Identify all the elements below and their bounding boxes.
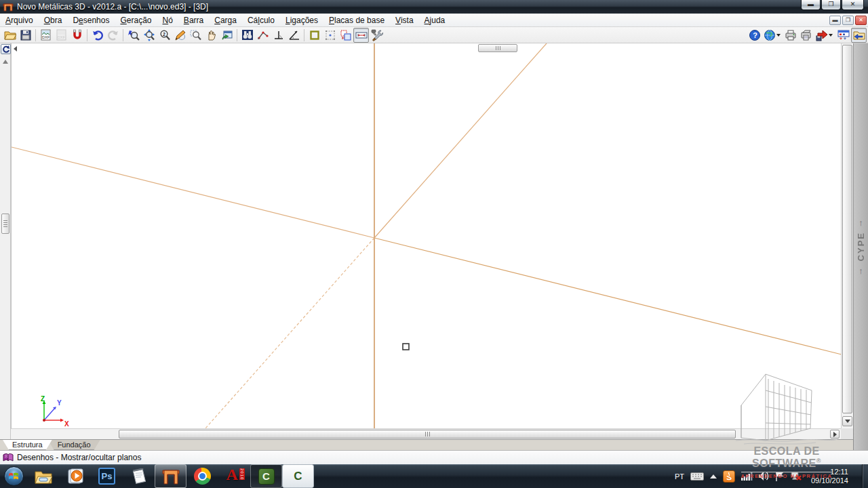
restore-button[interactable]: ❐ xyxy=(821,0,841,10)
menu-item-vista[interactable]: Vista xyxy=(390,14,418,26)
window-title: Novo Metálicas 3D - v2012.a - [C:\...\no… xyxy=(17,2,208,12)
axis-triad: Z Y X xyxy=(41,395,69,428)
magnet-icon[interactable] xyxy=(69,28,85,43)
plotter-icon[interactable] xyxy=(798,28,814,43)
show-hidden-icons-button[interactable] xyxy=(710,474,717,479)
scroll-up-arrow-icon[interactable] xyxy=(3,60,8,64)
horizontal-scrollbar-thumb[interactable] xyxy=(119,430,736,439)
export-icon[interactable] xyxy=(814,28,835,43)
taskbar-autocad-button[interactable]: A 2010 xyxy=(218,464,250,488)
camtasia-recorder-icon: C xyxy=(290,468,307,485)
viewport-3d[interactable]: Z Y X xyxy=(11,43,841,428)
mdi-close-button[interactable]: ✕ xyxy=(855,16,867,25)
zoom-extents-icon[interactable] xyxy=(141,28,157,43)
horizontal-scrollbar[interactable] xyxy=(11,428,841,439)
reference-square-icon[interactable] xyxy=(307,28,322,43)
pan-hand-icon[interactable] xyxy=(203,28,219,43)
import-folder-icon[interactable] xyxy=(851,28,867,43)
toolbar-separator xyxy=(87,29,87,41)
taskbar-media-player-button[interactable] xyxy=(59,464,91,488)
java-update-icon[interactable] xyxy=(723,470,735,483)
menu-item-ligações[interactable]: Ligações xyxy=(280,14,323,26)
collapse-panel-arrow-icon[interactable] xyxy=(14,46,17,52)
left-panel-strip xyxy=(0,43,11,439)
undo-icon[interactable] xyxy=(90,28,105,43)
sheet-tab-bar: EstruturaFundação xyxy=(0,439,853,450)
zoom-window-icon[interactable] xyxy=(125,28,141,43)
help-icon[interactable]: ? xyxy=(747,28,762,43)
bar-nodes-icon[interactable] xyxy=(255,28,271,43)
orbit-view-button[interactable] xyxy=(1,44,11,54)
svg-text:Z: Z xyxy=(41,395,45,403)
scroll-down-button[interactable] xyxy=(842,416,852,426)
taskbar-explorer-button[interactable] xyxy=(27,464,59,488)
menu-item-carga[interactable]: Carga xyxy=(209,14,242,26)
menu-item-placas-de-base[interactable]: Placas de base xyxy=(323,14,390,26)
dimension-icon[interactable] xyxy=(353,28,369,43)
network-disconnected-icon[interactable] xyxy=(791,472,802,481)
taskbar-chrome-button[interactable] xyxy=(186,464,218,488)
menu-item-barra[interactable]: Barra xyxy=(178,14,209,26)
import-dxf-disabled-icon: DXF xyxy=(54,28,69,43)
cype-side-strip[interactable]: ↑ CYPE ↑ xyxy=(853,43,868,450)
start-button[interactable] xyxy=(0,464,27,488)
toolbars-config-icon[interactable] xyxy=(835,28,851,43)
photoshop-icon: Ps xyxy=(98,468,115,485)
tab-fundação[interactable]: Fundação xyxy=(48,440,100,450)
status-bar: Desenhos - Mostrar/ocultar planos xyxy=(0,450,868,464)
open-folder-icon[interactable] xyxy=(2,28,18,43)
taskbar-metalicas-button[interactable] xyxy=(155,464,186,488)
import-dxf-icon[interactable]: DXF xyxy=(38,28,54,43)
zoom-scale-icon[interactable]: 2 xyxy=(157,28,172,43)
close-button[interactable]: ✕ xyxy=(842,0,864,10)
axis-shallow-left xyxy=(12,147,374,238)
scrollbar-corner xyxy=(841,428,853,439)
app-icon xyxy=(3,2,14,12)
keyboard-icon[interactable] xyxy=(690,472,704,481)
taskbar-notepad-button[interactable] xyxy=(123,464,155,488)
volume-icon[interactable] xyxy=(759,472,770,481)
minimize-button[interactable]: ▬ xyxy=(801,0,821,10)
top-splitter-grip[interactable] xyxy=(478,44,517,52)
find-binoculars-icon[interactable] xyxy=(239,28,255,43)
scroll-right-button[interactable] xyxy=(830,430,840,439)
left-splitter-grip[interactable] xyxy=(1,214,9,234)
web-dropdown-arrow[interactable] xyxy=(776,34,781,37)
tools-icon[interactable] xyxy=(369,28,384,43)
mdi-restore-button[interactable]: ❐ xyxy=(842,16,854,25)
vertical-scrollbar[interactable] xyxy=(841,43,853,428)
action-center-flag-icon[interactable] xyxy=(776,472,785,481)
measure-angle-icon[interactable] xyxy=(286,28,302,43)
language-indicator[interactable]: PT xyxy=(675,472,684,481)
redraw-icon[interactable] xyxy=(172,28,188,43)
previous-window-icon[interactable] xyxy=(219,28,235,43)
taskbar-photoshop-button[interactable]: Ps xyxy=(91,464,123,488)
print-icon[interactable] xyxy=(783,28,798,43)
vertical-scrollbar-thumb[interactable] xyxy=(842,45,852,413)
show-desktop-button[interactable] xyxy=(862,464,868,488)
menu-item-arquivo[interactable]: Arquivo xyxy=(0,14,39,26)
menu-item-nó[interactable]: Nó xyxy=(157,14,178,26)
menu-item-geração[interactable]: Geração xyxy=(115,14,157,26)
perpendicular-icon[interactable] xyxy=(271,28,286,43)
web-globe-icon[interactable] xyxy=(762,28,783,43)
snap-grid-icon[interactable] xyxy=(322,28,338,43)
status-text: Desenhos - Mostrar/ocultar planos xyxy=(17,453,141,462)
clock-time: 12:11 xyxy=(811,468,848,476)
taskbar-camtasia-recorder-button[interactable]: C xyxy=(282,464,314,488)
mdi-minimize-button[interactable]: ▬ xyxy=(829,16,841,25)
menu-item-obra[interactable]: Obra xyxy=(39,14,68,26)
tab-estrutura[interactable]: Estrutura xyxy=(3,440,52,450)
menu-item-cálculo[interactable]: Cálculo xyxy=(242,14,280,26)
save-icon[interactable] xyxy=(18,28,33,43)
book-icon xyxy=(3,453,14,462)
reference-planes-icon[interactable] xyxy=(338,28,353,43)
signal-strength-icon[interactable] xyxy=(741,472,753,481)
menu-item-desenhos[interactable]: Desenhos xyxy=(67,14,115,26)
cype-up-arrow: ↑ xyxy=(859,266,863,276)
menu-item-ajuda[interactable]: Ajuda xyxy=(419,14,451,26)
taskbar-camtasia-button[interactable]: C xyxy=(250,464,282,488)
zoom-previous-icon[interactable] xyxy=(188,28,203,43)
export-dropdown-arrow[interactable] xyxy=(829,34,833,37)
taskbar-clock[interactable]: 12:11 09/10/2014 xyxy=(811,468,848,485)
